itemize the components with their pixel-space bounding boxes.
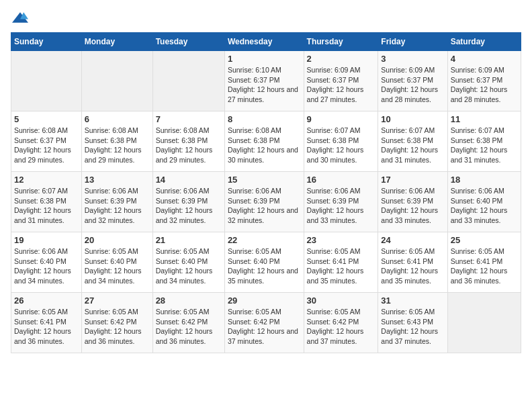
day-info: Sunrise: 6:08 AM Sunset: 6:37 PM Dayligh… (14, 126, 79, 165)
day-info: Sunrise: 6:05 AM Sunset: 6:41 PM Dayligh… (307, 246, 375, 286)
day-info: Sunrise: 6:06 AM Sunset: 6:40 PM Dayligh… (451, 186, 518, 226)
day-info: Sunrise: 6:05 AM Sunset: 6:43 PM Dayligh… (381, 307, 444, 347)
day-info: Sunrise: 6:08 AM Sunset: 6:38 PM Dayligh… (85, 126, 150, 165)
calendar-cell: 23Sunrise: 6:05 AM Sunset: 6:41 PM Dayli… (304, 232, 378, 293)
day-of-week-wednesday: Wednesday (224, 33, 304, 51)
calendar-cell: 29Sunrise: 6:05 AM Sunset: 6:42 PM Dayli… (224, 293, 304, 353)
calendar-cell: 15Sunrise: 6:06 AM Sunset: 6:39 PM Dayli… (224, 172, 304, 232)
day-info: Sunrise: 6:08 AM Sunset: 6:38 PM Dayligh… (228, 126, 301, 165)
day-number: 29 (228, 295, 301, 306)
calendar-cell: 17Sunrise: 6:06 AM Sunset: 6:39 PM Dayli… (378, 172, 447, 232)
calendar-cell: 30Sunrise: 6:05 AM Sunset: 6:42 PM Dayli… (304, 293, 378, 353)
day-number: 28 (156, 295, 222, 306)
calendar-cell: 5Sunrise: 6:08 AM Sunset: 6:37 PM Daylig… (11, 111, 82, 172)
day-number: 23 (307, 235, 375, 245)
calendar-cell: 7Sunrise: 6:08 AM Sunset: 6:38 PM Daylig… (152, 111, 224, 172)
day-info: Sunrise: 6:09 AM Sunset: 6:37 PM Dayligh… (381, 65, 444, 105)
calendar-cell: 6Sunrise: 6:08 AM Sunset: 6:38 PM Daylig… (81, 111, 152, 172)
day-info: Sunrise: 6:06 AM Sunset: 6:40 PM Dayligh… (14, 246, 79, 286)
day-info: Sunrise: 6:05 AM Sunset: 6:42 PM Dayligh… (85, 307, 150, 347)
day-info: Sunrise: 6:09 AM Sunset: 6:37 PM Dayligh… (307, 65, 375, 105)
day-info: Sunrise: 6:05 AM Sunset: 6:40 PM Dayligh… (85, 246, 150, 286)
page-header (11, 11, 521, 24)
day-number: 2 (307, 54, 375, 64)
calendar-week-row: 12Sunrise: 6:07 AM Sunset: 6:38 PM Dayli… (11, 172, 521, 232)
day-info: Sunrise: 6:05 AM Sunset: 6:41 PM Dayligh… (381, 246, 444, 286)
day-number: 19 (14, 235, 79, 245)
calendar-cell: 28Sunrise: 6:05 AM Sunset: 6:42 PM Dayli… (152, 293, 224, 353)
day-number: 13 (85, 175, 150, 185)
day-number: 21 (156, 235, 222, 245)
calendar-cell: 9Sunrise: 6:07 AM Sunset: 6:38 PM Daylig… (304, 111, 378, 172)
calendar-cell: 21Sunrise: 6:05 AM Sunset: 6:40 PM Dayli… (152, 232, 224, 293)
day-info: Sunrise: 6:07 AM Sunset: 6:38 PM Dayligh… (14, 186, 79, 226)
calendar-week-row: 26Sunrise: 6:05 AM Sunset: 6:41 PM Dayli… (11, 293, 521, 353)
day-info: Sunrise: 6:08 AM Sunset: 6:38 PM Dayligh… (156, 126, 222, 165)
day-number: 1 (228, 54, 301, 64)
calendar-cell: 22Sunrise: 6:05 AM Sunset: 6:40 PM Dayli… (224, 232, 304, 293)
day-info: Sunrise: 6:05 AM Sunset: 6:40 PM Dayligh… (228, 246, 301, 286)
day-number: 9 (307, 114, 375, 124)
calendar-cell (81, 51, 152, 111)
day-number: 4 (451, 54, 518, 64)
calendar-header-row: SundayMondayTuesdayWednesdayThursdayFrid… (11, 33, 521, 51)
day-number: 22 (228, 235, 301, 245)
calendar-cell: 10Sunrise: 6:07 AM Sunset: 6:38 PM Dayli… (378, 111, 447, 172)
logo-icon (12, 11, 28, 24)
day-info: Sunrise: 6:07 AM Sunset: 6:38 PM Dayligh… (381, 126, 444, 165)
calendar-cell: 26Sunrise: 6:05 AM Sunset: 6:41 PM Dayli… (11, 293, 82, 353)
day-number: 11 (451, 114, 518, 124)
day-number: 17 (381, 175, 444, 185)
day-of-week-tuesday: Tuesday (152, 33, 224, 51)
day-number: 24 (381, 235, 444, 245)
calendar-week-row: 5Sunrise: 6:08 AM Sunset: 6:37 PM Daylig… (11, 111, 521, 172)
day-number: 3 (381, 54, 444, 64)
calendar-cell: 24Sunrise: 6:05 AM Sunset: 6:41 PM Dayli… (378, 232, 447, 293)
day-number: 26 (14, 295, 79, 306)
day-number: 14 (156, 175, 222, 185)
day-info: Sunrise: 6:05 AM Sunset: 6:42 PM Dayligh… (156, 307, 222, 347)
calendar-cell: 19Sunrise: 6:06 AM Sunset: 6:40 PM Dayli… (11, 232, 82, 293)
day-info: Sunrise: 6:06 AM Sunset: 6:39 PM Dayligh… (85, 186, 150, 226)
calendar-cell: 1Sunrise: 6:10 AM Sunset: 6:37 PM Daylig… (224, 51, 304, 111)
day-number: 20 (85, 235, 150, 245)
day-number: 30 (307, 295, 375, 306)
day-number: 8 (228, 114, 301, 124)
day-number: 15 (228, 175, 301, 185)
day-info: Sunrise: 6:05 AM Sunset: 6:42 PM Dayligh… (307, 307, 375, 347)
calendar-cell: 20Sunrise: 6:05 AM Sunset: 6:40 PM Dayli… (81, 232, 152, 293)
day-number: 18 (451, 175, 518, 185)
day-number: 31 (381, 295, 444, 306)
calendar-cell: 2Sunrise: 6:09 AM Sunset: 6:37 PM Daylig… (304, 51, 378, 111)
day-info: Sunrise: 6:09 AM Sunset: 6:37 PM Dayligh… (451, 65, 518, 105)
day-number: 12 (14, 175, 79, 185)
day-info: Sunrise: 6:05 AM Sunset: 6:41 PM Dayligh… (14, 307, 79, 347)
day-number: 16 (307, 175, 375, 185)
day-number: 27 (85, 295, 150, 306)
day-info: Sunrise: 6:06 AM Sunset: 6:39 PM Dayligh… (307, 186, 375, 226)
day-of-week-friday: Friday (378, 33, 447, 51)
day-number: 25 (451, 235, 518, 245)
day-info: Sunrise: 6:05 AM Sunset: 6:42 PM Dayligh… (228, 307, 301, 347)
calendar-cell: 25Sunrise: 6:05 AM Sunset: 6:41 PM Dayli… (447, 232, 521, 293)
calendar-cell: 3Sunrise: 6:09 AM Sunset: 6:37 PM Daylig… (378, 51, 447, 111)
day-number: 6 (85, 114, 150, 124)
logo (11, 11, 28, 24)
day-number: 7 (156, 114, 222, 124)
day-number: 5 (14, 114, 79, 124)
day-info: Sunrise: 6:05 AM Sunset: 6:41 PM Dayligh… (451, 246, 518, 286)
calendar-cell: 14Sunrise: 6:06 AM Sunset: 6:39 PM Dayli… (152, 172, 224, 232)
calendar-cell (447, 293, 521, 353)
calendar-cell: 13Sunrise: 6:06 AM Sunset: 6:39 PM Dayli… (81, 172, 152, 232)
day-info: Sunrise: 6:06 AM Sunset: 6:39 PM Dayligh… (381, 186, 444, 226)
day-info: Sunrise: 6:05 AM Sunset: 6:40 PM Dayligh… (156, 246, 222, 286)
calendar-cell: 12Sunrise: 6:07 AM Sunset: 6:38 PM Dayli… (11, 172, 82, 232)
calendar-cell: 4Sunrise: 6:09 AM Sunset: 6:37 PM Daylig… (447, 51, 521, 111)
calendar-cell: 11Sunrise: 6:07 AM Sunset: 6:38 PM Dayli… (447, 111, 521, 172)
day-info: Sunrise: 6:10 AM Sunset: 6:37 PM Dayligh… (228, 65, 301, 105)
calendar-cell: 18Sunrise: 6:06 AM Sunset: 6:40 PM Dayli… (447, 172, 521, 232)
day-of-week-sunday: Sunday (11, 33, 82, 51)
calendar-table: SundayMondayTuesdayWednesdayThursdayFrid… (11, 32, 521, 353)
calendar-cell (11, 51, 82, 111)
day-of-week-monday: Monday (81, 33, 152, 51)
